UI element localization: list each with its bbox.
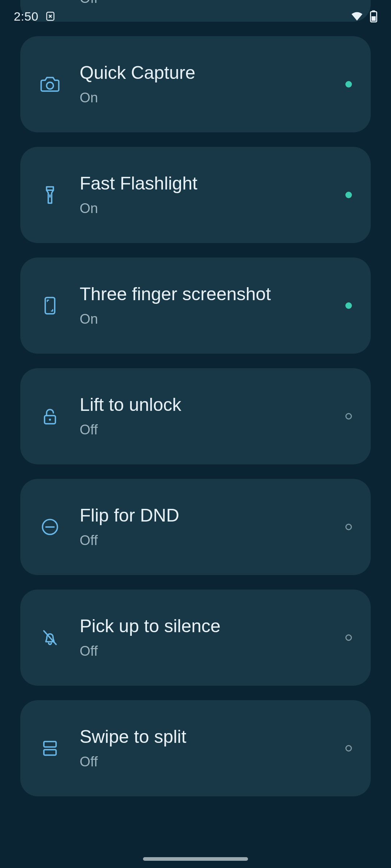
setting-text: Quick Capture On: [80, 63, 345, 106]
svg-rect-2: [372, 10, 375, 12]
svg-point-9: [49, 419, 51, 421]
bell-off-icon: [39, 627, 80, 648]
setting-row-flip-for-dnd[interactable]: Flip for DND Off: [20, 479, 371, 575]
status-bar-left: 2:50: [14, 9, 56, 24]
setting-title: Quick Capture: [80, 63, 345, 83]
svg-rect-3: [371, 16, 375, 21]
status-indicator-off: [345, 413, 352, 420]
setting-text: Flip for DND Off: [80, 506, 345, 548]
setting-status: On: [80, 90, 345, 106]
setting-row-swipe-to-split[interactable]: Swipe to split Off: [20, 700, 371, 796]
setting-title: Fast Flashlight: [80, 174, 345, 193]
svg-point-4: [47, 82, 54, 89]
setting-text: Pick up to silence Off: [80, 616, 345, 659]
status-indicator-off: [345, 745, 352, 752]
setting-status: Off: [80, 422, 345, 438]
status-indicator-on: [345, 302, 352, 309]
setting-row-three-finger-screenshot[interactable]: Three finger screenshot On: [20, 258, 371, 354]
setting-text: Lift to unlock Off: [80, 395, 345, 438]
setting-status: Off: [80, 754, 345, 770]
split-icon: [39, 737, 80, 759]
status-indicator-on: [345, 81, 352, 88]
saver-icon: [45, 11, 56, 22]
battery-icon: [370, 10, 377, 22]
wifi-icon: [350, 10, 363, 23]
status-indicator-on: [345, 192, 352, 198]
gestures-settings-list[interactable]: Off Quick Capture On Fast Flashlight O: [0, 0, 391, 868]
flashlight-icon: [39, 184, 80, 206]
setting-row-fast-flashlight[interactable]: Fast Flashlight On: [20, 147, 371, 243]
svg-rect-7: [45, 298, 55, 314]
gesture-nav-bar[interactable]: [143, 857, 248, 861]
unlock-icon: [39, 405, 80, 427]
setting-text: Swipe to split Off: [80, 727, 345, 770]
setting-title: Lift to unlock: [80, 395, 345, 415]
setting-row-quick-capture[interactable]: Quick Capture On: [20, 36, 371, 132]
status-bar-right: [350, 10, 377, 23]
setting-title: Pick up to silence: [80, 616, 345, 636]
setting-title: Flip for DND: [80, 506, 345, 526]
dnd-icon: [39, 516, 80, 538]
setting-row-pick-up-to-silence[interactable]: Pick up to silence Off: [20, 590, 371, 686]
status-indicator-off: [345, 634, 352, 641]
phone-screenshot-icon: [39, 295, 80, 316]
status-bar-time: 2:50: [14, 9, 38, 24]
svg-rect-14: [44, 750, 56, 755]
setting-status: Off: [80, 643, 345, 659]
setting-text: Fast Flashlight On: [80, 174, 345, 216]
setting-title: Swipe to split: [80, 727, 345, 747]
setting-status: Off: [80, 533, 345, 548]
camera-icon: [39, 73, 80, 95]
setting-status: On: [80, 201, 345, 216]
setting-status: On: [80, 311, 345, 327]
setting-text: Three finger screenshot On: [80, 284, 345, 327]
status-indicator-off: [345, 524, 352, 530]
setting-row-lift-to-unlock[interactable]: Lift to unlock Off: [20, 368, 371, 464]
svg-rect-13: [44, 741, 56, 747]
status-bar: 2:50: [0, 0, 391, 33]
setting-title: Three finger screenshot: [80, 284, 345, 304]
